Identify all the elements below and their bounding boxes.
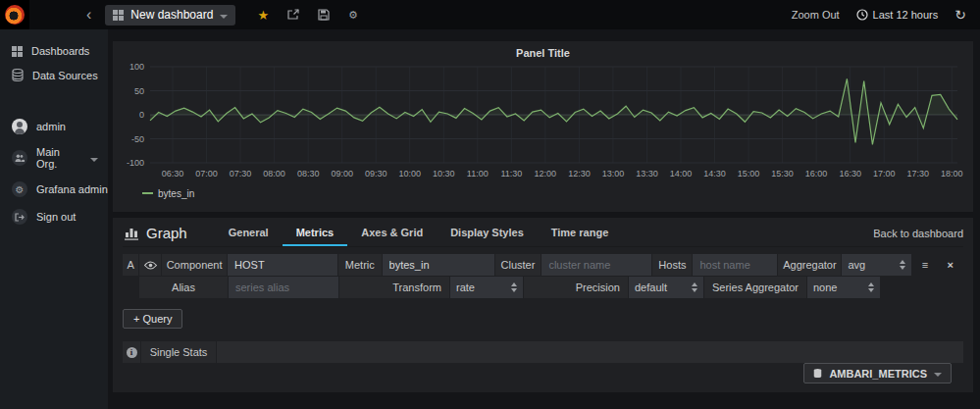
svg-text:08:30: 08:30 xyxy=(297,169,320,179)
single-stats-row: i Single Stats xyxy=(123,341,963,363)
svg-text:14:00: 14:00 xyxy=(670,169,693,179)
aggregator-label: Aggregator xyxy=(778,254,841,276)
svg-text:17:30: 17:30 xyxy=(906,169,929,179)
aggregator-select[interactable]: avg xyxy=(842,254,911,276)
back-chevron-icon[interactable]: ‹ xyxy=(86,6,91,24)
info-icon: i xyxy=(127,347,137,358)
remove-query-button[interactable]: × xyxy=(938,254,962,276)
select-arrows-icon xyxy=(868,282,874,292)
precision-select[interactable]: default xyxy=(629,277,703,298)
svg-text:0: 0 xyxy=(139,110,144,120)
select-arrows-icon xyxy=(511,282,517,292)
dashboard-title: New dashboard xyxy=(130,8,213,22)
transform-label: Transform xyxy=(339,277,449,298)
single-stats-label: Single Stats xyxy=(141,341,216,363)
grafana-logo[interactable] xyxy=(0,0,29,29)
toggle-visibility-button[interactable] xyxy=(139,254,161,276)
tab-display-styles[interactable]: Display Styles xyxy=(437,227,538,246)
datasource-button[interactable]: AMBARI_METRICS xyxy=(803,363,952,383)
add-query-button[interactable]: + Query xyxy=(123,309,182,329)
svg-text:07:00: 07:00 xyxy=(195,169,218,179)
alias-label: Alias xyxy=(139,277,228,298)
query-row-2: Alias Transform rate Precision default S… xyxy=(123,277,963,298)
svg-text:16:00: 16:00 xyxy=(805,169,828,179)
avatar-icon xyxy=(12,119,27,134)
svg-text:16:30: 16:30 xyxy=(839,169,861,179)
single-stats-field[interactable] xyxy=(217,341,963,363)
panel-editor: Graph General Metrics Axes & Grid Displa… xyxy=(113,218,973,392)
svg-text:13:30: 13:30 xyxy=(636,169,658,179)
sidebar-item-label: Main Org. xyxy=(36,146,81,170)
gear-icon: ⚙ xyxy=(12,181,27,197)
sidebar-item-sign-out[interactable]: Sign out xyxy=(0,203,108,230)
cluster-label: Cluster xyxy=(495,254,542,276)
query-menu-button[interactable]: ≡ xyxy=(912,254,937,276)
component-input[interactable] xyxy=(228,254,337,276)
svg-text:08:00: 08:00 xyxy=(263,169,285,179)
tab-axes-grid[interactable]: Axes & Grid xyxy=(347,227,437,246)
tab-general[interactable]: General xyxy=(215,227,283,246)
datasource-label: AMBARI_METRICS xyxy=(829,368,927,380)
editor-tabs: General Metrics Axes & Grid Display Styl… xyxy=(215,227,623,246)
svg-text:15:30: 15:30 xyxy=(771,169,794,179)
transform-select[interactable]: rate xyxy=(450,277,523,298)
hosts-input[interactable] xyxy=(693,254,777,276)
legend-color-dash xyxy=(142,192,153,194)
svg-text:09:00: 09:00 xyxy=(331,169,353,179)
svg-text:12:30: 12:30 xyxy=(568,169,591,179)
svg-text:12:00: 12:00 xyxy=(535,169,557,179)
sidebar-item-grafana-admin[interactable]: ⚙ Grafana admin xyxy=(0,176,108,203)
star-icon[interactable]: ★ xyxy=(257,9,269,22)
query-editor: A Component Metric Cluster Hosts Aggrega… xyxy=(123,254,963,298)
precision-label: Precision xyxy=(524,277,628,298)
svg-text:17:00: 17:00 xyxy=(873,169,896,179)
time-range-label: Last 12 hours xyxy=(873,9,939,21)
sidebar-item-label: admin xyxy=(36,121,66,132)
cluster-input[interactable] xyxy=(542,254,651,276)
graph-panel: Panel Title 06:3007:0007:3008:0008:3009:… xyxy=(113,41,973,212)
svg-text:15:00: 15:00 xyxy=(738,169,760,179)
graph-canvas[interactable]: 06:3007:0007:3008:0008:3009:0009:3010:00… xyxy=(121,61,965,182)
refresh-icon[interactable]: ↻ xyxy=(954,7,966,23)
svg-text:-50: -50 xyxy=(131,134,144,144)
chevron-down-icon xyxy=(90,158,98,162)
main-content: Panel Title 06:3007:0007:3008:0008:3009:… xyxy=(108,29,980,409)
tab-time-range[interactable]: Time range xyxy=(538,227,623,246)
graph-legend[interactable]: bytes_in xyxy=(121,186,965,200)
zoom-out-button[interactable]: Zoom Out xyxy=(792,9,840,21)
legend-series-label: bytes_in xyxy=(158,188,194,199)
settings-gear-icon[interactable]: ⚙ xyxy=(348,10,358,21)
database-icon xyxy=(813,368,822,379)
select-arrows-icon xyxy=(692,282,697,292)
dashboard-grid-icon xyxy=(113,10,124,21)
share-icon[interactable] xyxy=(287,9,299,21)
database-icon xyxy=(12,69,24,81)
sidebar-item-data-sources[interactable]: Data Sources xyxy=(0,63,108,87)
query-ref-letter[interactable]: A xyxy=(123,254,138,276)
series-aggregator-select[interactable]: none xyxy=(807,277,880,298)
metric-label: Metric xyxy=(338,254,381,276)
info-button[interactable]: i xyxy=(123,341,140,363)
svg-text:10:30: 10:30 xyxy=(433,169,455,179)
metric-input[interactable] xyxy=(383,254,494,276)
sidebar-item-main-org[interactable]: Main Org. xyxy=(0,140,108,176)
bar-chart-icon xyxy=(125,227,139,240)
chevron-down-icon xyxy=(934,373,942,377)
sidebar-item-admin[interactable]: admin xyxy=(0,113,108,140)
svg-text:06:30: 06:30 xyxy=(162,169,184,179)
grafana-flame-icon xyxy=(5,5,25,25)
tab-metrics[interactable]: Metrics xyxy=(283,227,348,246)
sidebar-item-label: Grafana admin xyxy=(36,183,108,195)
svg-text:11:00: 11:00 xyxy=(467,169,489,179)
timepicker-button[interactable]: Last 12 hours xyxy=(856,9,939,21)
svg-text:13:00: 13:00 xyxy=(602,169,625,179)
panel-title[interactable]: Panel Title xyxy=(121,45,965,61)
sign-out-icon xyxy=(12,209,27,225)
sidebar-item-dashboards[interactable]: Dashboards xyxy=(0,39,108,63)
alias-input[interactable] xyxy=(229,277,338,298)
back-to-dashboard-link[interactable]: Back to dashboard xyxy=(873,228,963,246)
eye-icon xyxy=(144,261,157,270)
dashboard-title-button[interactable]: New dashboard xyxy=(105,5,235,26)
save-icon[interactable] xyxy=(318,9,330,21)
select-arrows-icon xyxy=(900,260,905,270)
